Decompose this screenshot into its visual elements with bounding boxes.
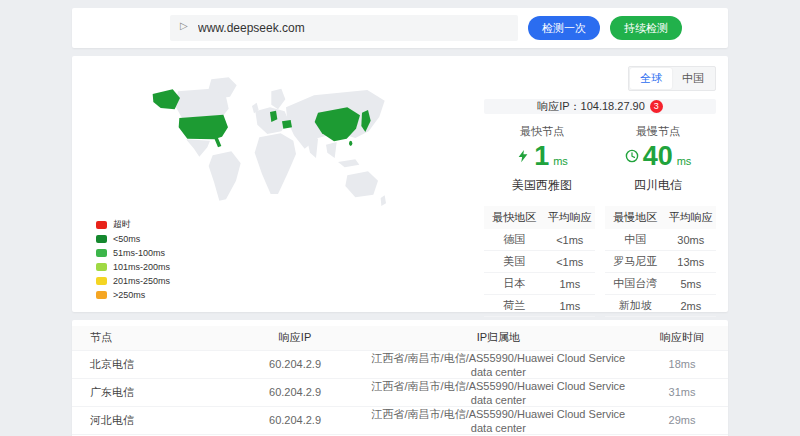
slowest-node-location: 四川电信 — [600, 177, 716, 194]
tab-global[interactable]: 全球 — [630, 68, 672, 89]
slowest-regions-header: 最慢地区 平均响应 — [605, 206, 716, 229]
fastest-regions-table: 最快地区 平均响应 德国 <1ms 美国 <1ms 日本 1ms 荷兰 1m — [484, 206, 595, 317]
legend-swatch-under50 — [96, 235, 107, 243]
response-ip-text: 响应IP：104.18.27.90 — [537, 99, 645, 114]
table-row: 广东电信 60.204.2.9 江西省/南昌市/电信/AS55990/Huawe… — [72, 378, 728, 406]
region-name: 罗马尼亚 — [605, 254, 666, 269]
map-country-romania — [282, 120, 292, 129]
map-column: 超时 <50ms 51ms-100ms 101ms-200ms 201ms-25… — [84, 66, 476, 302]
legend-item: 201ms-250ms — [96, 274, 476, 287]
region-name: 荷兰 — [484, 298, 545, 313]
check-once-button[interactable]: 检测一次 — [528, 16, 600, 40]
legend-swatch-over250 — [96, 291, 107, 299]
scope-tabs: 全球 中国 — [628, 66, 716, 91]
column-header-location: IP归属地 — [361, 326, 637, 350]
map-region-south-america — [209, 151, 241, 200]
map-region-scandinavia — [271, 89, 285, 110]
slowest-regions-table: 最慢地区 平均响应 中国 30ms 罗马尼亚 13ms 中国台湾 5ms 新加坡 — [605, 206, 716, 317]
continuous-check-button[interactable]: 持续检测 — [610, 16, 682, 40]
node-ip-location: 江西省/南昌市/电信/AS55990/Huawei Cloud Service … — [361, 406, 637, 434]
map-region-se-asia — [326, 142, 337, 158]
stats-column: 全球 中国 响应IP：104.18.27.90 3 最快节点 1 ms 美国西雅… — [476, 66, 716, 302]
node-ip-location: 江西省/南昌市/电信/AS55990/Huawei Cloud Service … — [361, 350, 637, 378]
legend-swatch-201-250 — [96, 277, 107, 285]
legend-swatch-101-200 — [96, 263, 107, 271]
table-row: 美国 <1ms — [484, 251, 595, 273]
result-panel: 超时 <50ms 51ms-100ms 101ms-200ms 201ms-25… — [72, 56, 728, 312]
table-header-row: 节点 响应IP IP归属地 响应时间 — [72, 326, 728, 350]
legend-label: 超时 — [113, 218, 131, 231]
legend-label: <50ms — [113, 234, 140, 244]
column-header-node: 节点 — [72, 326, 229, 350]
host-input[interactable] — [170, 15, 518, 41]
lightning-icon — [516, 149, 530, 163]
legend-item: 101ms-200ms — [96, 260, 476, 273]
nodes-table: 节点 响应IP IP归属地 响应时间 北京电信 60.204.2.9 江西省/南… — [72, 326, 728, 436]
region-latency: 30ms — [666, 234, 716, 246]
node-ip-location: 江西省/南昌市/电信/AS55990/Huawei Cloud Service … — [361, 378, 637, 406]
legend-label: >250ms — [113, 290, 145, 300]
slowest-ms-unit: ms — [677, 155, 692, 167]
slowest-node-title: 最慢节点 — [600, 124, 716, 139]
region-name: 新加坡 — [605, 298, 666, 313]
column-header: 平均响应 — [666, 210, 716, 225]
table-row: 中国 30ms — [605, 229, 716, 251]
world-map — [84, 74, 464, 214]
slowest-node-stat: 最慢节点 40 ms 四川电信 — [600, 124, 716, 194]
node-stats: 最快节点 1 ms 美国西雅图 最慢节点 40 — [484, 124, 716, 194]
map-region-australia — [345, 171, 378, 197]
table-row: 日本 1ms — [484, 273, 595, 295]
legend-label: 51ms-100ms — [113, 248, 165, 258]
table-row: 中国台湾 5ms — [605, 273, 716, 295]
region-tables: 最快地区 平均响应 德国 <1ms 美国 <1ms 日本 1ms 荷兰 1m — [484, 206, 716, 317]
column-header-time: 响应时间 — [636, 326, 728, 350]
region-latency: <1ms — [545, 256, 595, 268]
node-response-time: 31ms — [636, 378, 728, 406]
map-region-indonesia — [338, 159, 359, 167]
search-toolbar: ▷ 检测一次 持续检测 — [72, 8, 728, 48]
table-row: 荷兰 1ms — [484, 295, 595, 317]
map-country-alaska — [153, 89, 180, 109]
table-row: 罗马尼亚 13ms — [605, 251, 716, 273]
region-latency: 2ms — [666, 300, 716, 312]
map-region-india — [307, 139, 318, 158]
legend-swatch-timeout — [96, 221, 107, 229]
legend-item: 51ms-100ms — [96, 246, 476, 259]
play-icon: ▷ — [180, 20, 188, 31]
region-latency: 5ms — [666, 278, 716, 290]
fastest-ms-number: 1 — [534, 141, 549, 171]
fastest-node-location: 美国西雅图 — [484, 177, 600, 194]
region-name: 美国 — [484, 254, 545, 269]
legend-label: 101ms-200ms — [113, 262, 170, 272]
legend-item: 超时 — [96, 218, 476, 231]
fastest-ms-unit: ms — [553, 155, 568, 167]
legend-item: >250ms — [96, 288, 476, 301]
column-header: 平均响应 — [545, 210, 595, 225]
column-header: 最慢地区 — [605, 210, 666, 225]
region-latency: 1ms — [545, 300, 595, 312]
node-name: 北京电信 — [72, 350, 229, 378]
fastest-node-value: 1 ms — [484, 141, 600, 171]
map-country-taiwan — [349, 141, 352, 146]
legend-item: <50ms — [96, 232, 476, 245]
table-row: 北京电信 60.204.2.9 江西省/南昌市/电信/AS55990/Huawe… — [72, 350, 728, 378]
slowest-ms-number: 40 — [643, 141, 673, 171]
region-name: 德国 — [484, 232, 545, 247]
column-header: 最快地区 — [484, 210, 545, 225]
legend-swatch-51-100 — [96, 249, 107, 257]
table-row: 德国 <1ms — [484, 229, 595, 251]
latency-legend: 超时 <50ms 51ms-100ms 101ms-200ms 201ms-25… — [96, 218, 476, 302]
node-ip: 60.204.2.9 — [229, 378, 360, 406]
map-region-central-america — [186, 139, 210, 156]
tab-china[interactable]: 中国 — [672, 68, 714, 89]
node-name: 河北电信 — [72, 406, 229, 434]
ip-count-badge[interactable]: 3 — [650, 100, 663, 113]
node-response-time: 29ms — [636, 406, 728, 434]
table-row: 新加坡 2ms — [605, 295, 716, 317]
nodes-table-card: 节点 响应IP IP归属地 响应时间 北京电信 60.204.2.9 江西省/南… — [72, 320, 728, 436]
region-name: 日本 — [484, 276, 545, 291]
node-ip: 60.204.2.9 — [229, 350, 360, 378]
fastest-regions-header: 最快地区 平均响应 — [484, 206, 595, 229]
host-input-wrap: ▷ — [170, 15, 518, 41]
legend-label: 201ms-250ms — [113, 276, 170, 286]
